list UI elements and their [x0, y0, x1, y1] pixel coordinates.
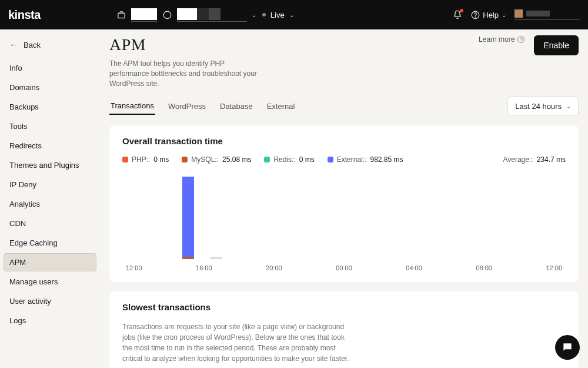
arrow-left-icon: ←	[9, 40, 18, 49]
sidebar-item-themes-plugins[interactable]: Themes and Plugins	[4, 156, 96, 174]
slowest-transactions-card: Slowest transactions Transactions are re…	[109, 291, 579, 368]
wordpress-icon	[163, 10, 172, 19]
sidebar-item-apm[interactable]: APM	[4, 253, 96, 271]
page-title: APM	[109, 35, 262, 54]
sidebar-item-edge-caching[interactable]: Edge Caching	[4, 234, 96, 252]
notification-badge	[460, 9, 463, 12]
legend-mysql: MySQL:: 25.08 ms	[182, 155, 251, 164]
chart-legend: PHP:: 0 ms MySQL:: 25.08 ms Redis:: 0 ms…	[122, 155, 566, 164]
legend-redis: Redis:: 0 ms	[264, 155, 314, 164]
sidebar-item-tools[interactable]: Tools	[4, 117, 96, 135]
sidebar: ← Back Info Domains Backups Tools Redire…	[0, 29, 100, 368]
question-icon: ?	[517, 36, 524, 43]
overall-chart[interactable]	[122, 174, 566, 260]
chart-x-axis: 12:00 16:00 20:00 00:00 04:00 08:00 12:0…	[122, 264, 566, 271]
bar-external	[182, 177, 194, 257]
chat-icon	[562, 342, 573, 353]
briefcase-icon	[117, 10, 126, 19]
learn-more-link[interactable]: Learn more ?	[479, 35, 524, 44]
bar-mysql	[182, 257, 194, 259]
page-description: The APM tool helps you identify PHP perf…	[109, 59, 262, 88]
swatch-mysql	[182, 157, 188, 163]
legend-average: Average:: 234.7 ms	[503, 155, 566, 164]
avatar	[514, 9, 523, 18]
sidebar-item-analytics[interactable]: Analytics	[4, 195, 96, 213]
sidebar-item-manage-users[interactable]: Manage users	[4, 273, 96, 291]
sidebar-item-logs[interactable]: Logs	[4, 311, 96, 330]
main-content: APM The APM tool helps you identify PHP …	[100, 29, 588, 368]
site-selector[interactable]: ⌄	[163, 8, 256, 22]
help-label: Help	[483, 11, 499, 19]
svg-point-1	[164, 11, 172, 19]
notifications-button[interactable]	[453, 10, 462, 19]
help-icon	[470, 10, 480, 19]
chart-marker	[211, 257, 222, 259]
sidebar-item-user-activity[interactable]: User activity	[4, 292, 96, 310]
chevron-down-icon: ⌄	[252, 12, 256, 18]
env-label: Live	[270, 11, 285, 19]
chart-bar-1600	[182, 177, 194, 259]
card-title: Overall transaction time	[122, 136, 566, 146]
brand-logo[interactable]: kinsta	[8, 8, 41, 22]
tab-external[interactable]: External	[266, 98, 296, 114]
card-title: Slowest transactions	[122, 302, 566, 312]
card-description: Transactions are requests to your site (…	[122, 321, 352, 364]
sidebar-item-redirects[interactable]: Redirects	[4, 137, 96, 155]
overall-transaction-card: Overall transaction time PHP:: 0 ms MySQ…	[109, 125, 579, 282]
tab-bar: Transactions WordPress Database External…	[109, 97, 579, 116]
legend-external: External:: 982.85 ms	[328, 155, 403, 164]
sidebar-item-backups[interactable]: Backups	[4, 98, 96, 116]
status-dot-icon	[262, 13, 266, 16]
tab-database[interactable]: Database	[219, 98, 254, 114]
sidebar-item-ip-deny[interactable]: IP Deny	[4, 175, 96, 194]
back-button[interactable]: ← Back	[4, 37, 96, 53]
help-menu[interactable]: Help ⌄	[470, 10, 506, 19]
tab-transactions[interactable]: Transactions	[109, 98, 155, 115]
company-selector[interactable]	[117, 8, 157, 22]
sidebar-item-domains[interactable]: Domains	[4, 78, 96, 97]
user-menu[interactable]	[514, 9, 580, 20]
enable-button[interactable]: Enable	[534, 35, 579, 55]
svg-point-3	[475, 16, 476, 17]
svg-rect-0	[118, 13, 125, 18]
swatch-php	[122, 157, 128, 163]
chevron-down-icon: ⌄	[502, 12, 506, 18]
chevron-down-icon: ⌄	[566, 103, 571, 110]
swatch-redis	[264, 157, 270, 163]
sidebar-item-cdn[interactable]: CDN	[4, 214, 96, 233]
chevron-down-icon: ⌄	[289, 12, 294, 18]
chat-widget[interactable]	[555, 335, 580, 360]
topbar: kinsta ⌄ Live ⌄ Help ⌄	[0, 0, 588, 29]
sidebar-item-info[interactable]: Info	[4, 59, 96, 77]
back-label: Back	[24, 41, 41, 49]
env-selector[interactable]: Live ⌄	[262, 11, 294, 19]
tab-wordpress[interactable]: WordPress	[167, 98, 207, 114]
legend-php: PHP:: 0 ms	[122, 155, 169, 164]
swatch-external	[328, 157, 333, 163]
timerange-select[interactable]: Last 24 hours ⌄	[507, 97, 579, 116]
